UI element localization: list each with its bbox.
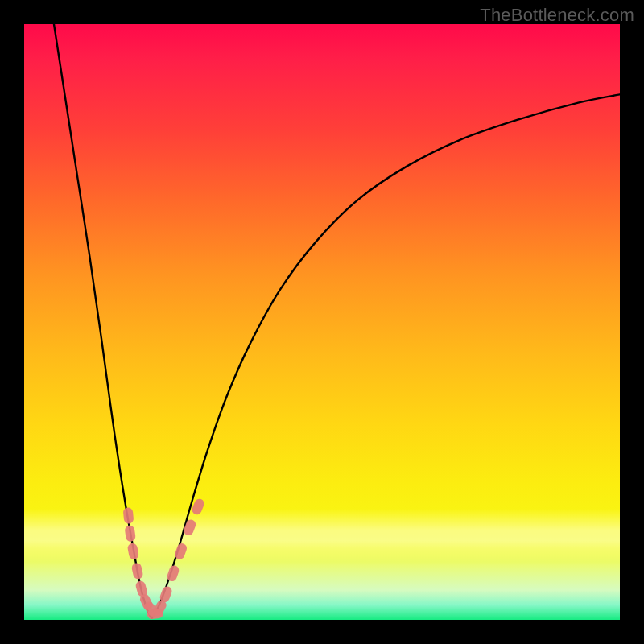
gradient-background	[24, 24, 620, 620]
gradient-main	[24, 24, 620, 620]
chart-frame: TheBottleneck.com	[0, 0, 644, 644]
plot-area	[24, 24, 620, 620]
watermark-text: TheBottleneck.com	[480, 5, 634, 26]
